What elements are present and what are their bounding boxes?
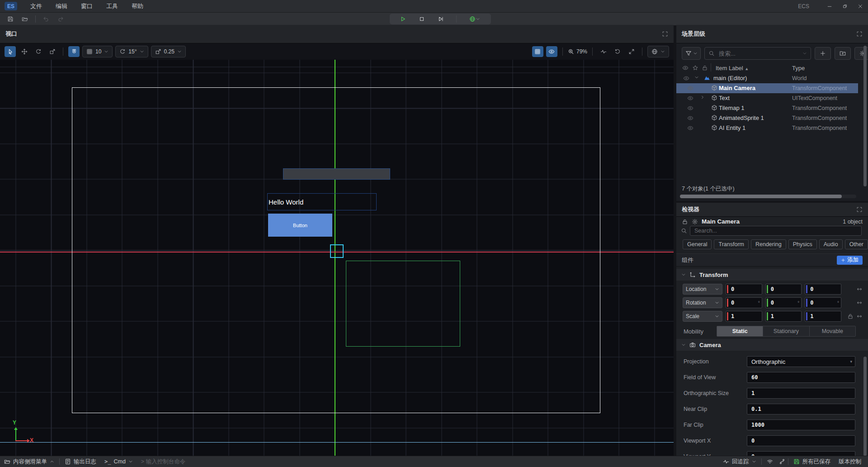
expand-panel-icon[interactable] <box>662 31 668 37</box>
tab-audio[interactable]: Audio <box>819 239 843 249</box>
inspector-search-input[interactable] <box>693 227 858 234</box>
rotate-tool-button[interactable] <box>33 46 44 57</box>
visibility-button[interactable] <box>546 46 557 57</box>
maximize-button[interactable] <box>837 0 853 12</box>
menu-tools[interactable]: 工具 <box>99 0 125 12</box>
eye-icon[interactable] <box>687 105 693 111</box>
rotation-x-field[interactable]: ° <box>726 297 762 308</box>
reset-view-button[interactable] <box>612 46 623 57</box>
snap-toggle-button[interactable] <box>68 46 80 57</box>
save-status[interactable]: 所有已保存 <box>789 458 835 466</box>
tab-other[interactable]: Other <box>845 239 868 249</box>
stop-button[interactable] <box>416 14 428 24</box>
tab-rendering[interactable]: Rendering <box>751 239 786 249</box>
tree-row-tilemap[interactable]: Tilemap 1 TransformComponent <box>676 103 858 113</box>
tree-row-ai-entity[interactable]: AI Entity 1 TransformComponent <box>676 123 858 133</box>
minimize-button[interactable] <box>822 0 837 12</box>
add-entity-button[interactable] <box>815 47 831 60</box>
tab-transform[interactable]: Transform <box>714 239 749 249</box>
save-button[interactable] <box>5 14 16 24</box>
app-logo[interactable]: ES <box>5 2 17 10</box>
eye-column-icon[interactable] <box>682 65 689 71</box>
lock-icon[interactable] <box>682 219 688 225</box>
camera-section-header[interactable]: Camera <box>676 339 868 351</box>
far-clip-field[interactable] <box>747 419 855 430</box>
near-clip-field[interactable] <box>747 404 855 415</box>
run-target-dropdown[interactable] <box>466 14 484 24</box>
network-status-button[interactable] <box>763 458 777 465</box>
orthographic-size-field[interactable] <box>747 388 855 399</box>
column-type[interactable]: Type <box>792 65 805 71</box>
scale-tool-button[interactable] <box>47 46 58 57</box>
link-axes-icon[interactable] <box>856 313 863 319</box>
rotation-y-field[interactable]: ° <box>765 297 802 308</box>
scale-y-field[interactable] <box>765 311 802 322</box>
field-of-view-field[interactable] <box>747 372 855 383</box>
menu-help[interactable]: 帮助 <box>125 0 150 12</box>
backtrace-dropdown[interactable]: 回追踪 <box>719 458 760 466</box>
zoom-control[interactable]: 79% <box>568 48 587 55</box>
eye-icon[interactable] <box>687 125 693 131</box>
eye-icon[interactable] <box>687 95 693 101</box>
eye-icon[interactable] <box>683 75 689 81</box>
star-column-icon[interactable] <box>692 65 698 71</box>
sprite-bar-object[interactable] <box>283 168 390 180</box>
ui-text-object[interactable]: Hello World <box>267 193 377 210</box>
filter-button[interactable] <box>682 47 701 60</box>
stats-button[interactable] <box>598 46 609 57</box>
menu-edit[interactable]: 编辑 <box>49 0 74 12</box>
viewport-x-field[interactable] <box>747 435 855 446</box>
tab-general[interactable]: General <box>683 239 712 249</box>
close-button[interactable] <box>853 0 868 12</box>
lock-column-icon[interactable] <box>702 65 708 71</box>
world-dropdown[interactable] <box>647 46 669 57</box>
scale-z-field[interactable] <box>805 311 841 322</box>
location-x-field[interactable] <box>726 284 762 295</box>
open-project-button[interactable] <box>19 14 31 24</box>
grid-snap-dropdown[interactable]: 10 <box>82 46 113 57</box>
redo-button[interactable] <box>55 14 66 24</box>
scale-dropdown[interactable]: Scale <box>683 311 722 322</box>
mobility-stationary[interactable]: Stationary <box>763 326 809 336</box>
hierarchy-vscrollbar[interactable] <box>863 46 867 186</box>
cmd-dropdown[interactable]: >_ Cmd <box>100 458 137 465</box>
select-tool-button[interactable] <box>5 46 16 57</box>
content-drawer-button[interactable]: 内容侧滑菜单 <box>0 458 58 466</box>
inspector-vscrollbar[interactable] <box>863 357 867 456</box>
angle-snap-dropdown[interactable]: 15° <box>115 46 148 57</box>
source-control-button[interactable] <box>777 458 787 465</box>
step-forward-button[interactable] <box>435 14 447 24</box>
add-component-button[interactable]: 添加 <box>837 256 863 265</box>
eye-icon[interactable] <box>687 115 693 121</box>
grid-visibility-button[interactable] <box>532 46 543 57</box>
ui-button-object[interactable]: Button <box>268 214 332 237</box>
tab-physics[interactable]: Physics <box>788 239 817 249</box>
menu-window[interactable]: 窗口 <box>74 0 99 12</box>
link-axes-icon[interactable] <box>856 300 863 306</box>
rotation-z-field[interactable]: ° <box>805 297 841 308</box>
scale-snap-dropdown[interactable]: 0.25 <box>151 46 186 57</box>
move-tool-button[interactable] <box>19 46 30 57</box>
link-axes-icon[interactable] <box>856 286 863 292</box>
expand-panel-icon[interactable] <box>856 31 863 37</box>
selection-handle[interactable] <box>330 244 344 258</box>
menu-file[interactable]: 文件 <box>24 0 49 12</box>
inspector-search[interactable] <box>690 226 862 236</box>
mobility-movable[interactable]: Movable <box>810 326 855 336</box>
hierarchy-hscrollbar[interactable] <box>680 195 856 198</box>
location-dropdown[interactable]: Location <box>683 284 722 295</box>
scene-canvas[interactable]: Hello World Button Y X <box>0 60 674 456</box>
fullscreen-button[interactable] <box>626 46 637 57</box>
chevron-down-icon[interactable] <box>694 75 699 80</box>
tree-row-main-camera[interactable]: Main Camera TransformComponent <box>676 83 858 93</box>
version-control-button[interactable]: 版本控制 <box>835 458 865 466</box>
lock-scale-icon[interactable] <box>847 313 854 319</box>
tree-row-animatedsprite[interactable]: AnimatedSprite 1 TransformComponent <box>676 113 858 123</box>
region-rect-object[interactable] <box>346 261 460 347</box>
location-z-field[interactable] <box>805 284 841 295</box>
add-folder-button[interactable] <box>835 47 851 60</box>
location-y-field[interactable] <box>765 284 802 295</box>
scale-x-field[interactable] <box>726 311 762 322</box>
undo-button[interactable] <box>40 14 52 24</box>
projection-dropdown[interactable]: ▾ <box>747 356 855 367</box>
